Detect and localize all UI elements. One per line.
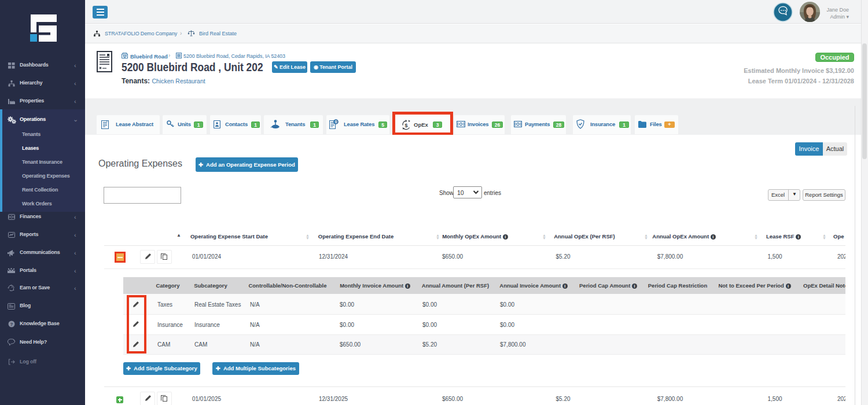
- svg-text:0: 0: [334, 119, 337, 124]
- svg-text:?: ?: [10, 322, 13, 327]
- svg-text:$: $: [404, 123, 407, 128]
